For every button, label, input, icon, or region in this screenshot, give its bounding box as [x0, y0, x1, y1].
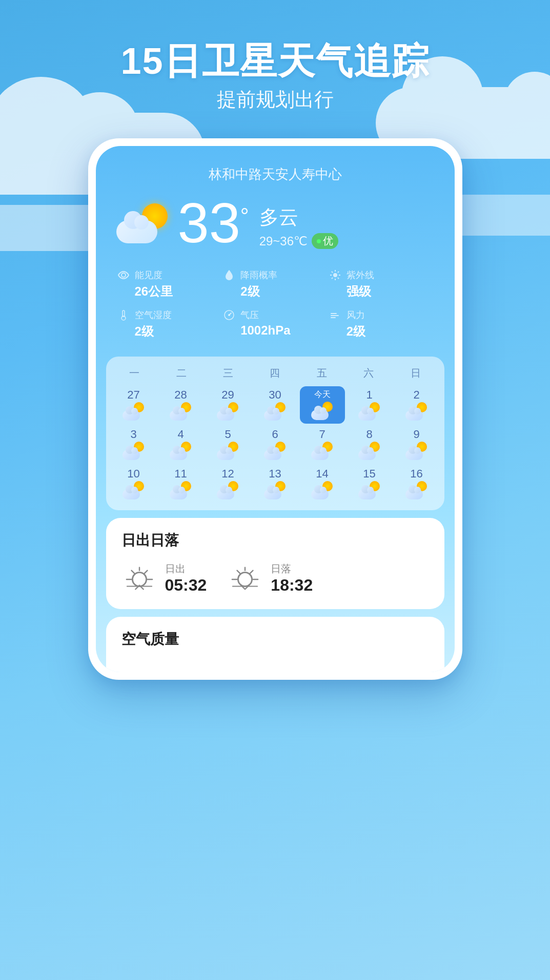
cal-day-4[interactable]: 4: [158, 426, 203, 463]
detail-wind: 风力 2级: [328, 304, 434, 344]
cal-day-1[interactable]: 1: [347, 386, 392, 424]
day-sun: 日: [392, 364, 439, 382]
cal-day-27[interactable]: 27: [111, 386, 156, 424]
temp-range-row: 29~36℃ 优: [259, 233, 338, 249]
cal-day-15[interactable]: 15: [347, 465, 392, 503]
sunrise-item: 日出 05:32: [121, 560, 207, 596]
weather-icon-6: [264, 442, 287, 460]
phone-frame: 林和中路天安人寿中心 33 ° 多云 29~36℃: [88, 138, 462, 680]
calendar-header: 一 二 三 四 五 六 日: [111, 364, 439, 382]
temperature-display: 33 °: [178, 195, 249, 251]
svg-rect-14: [331, 313, 337, 314]
svg-line-7: [338, 278, 339, 279]
sunrise-label: 日出: [165, 562, 207, 576]
day-wed: 三: [205, 364, 251, 382]
sunrise-info: 日出 05:32: [165, 562, 207, 595]
svg-rect-15: [331, 315, 339, 316]
day-mon: 一: [111, 364, 158, 382]
cal-day-30[interactable]: 30: [253, 386, 298, 424]
degree-symbol: °: [240, 204, 249, 228]
sunset-item: 日落 18:32: [227, 560, 313, 596]
air-dot-icon: [317, 239, 321, 243]
visibility-label: 能见度: [135, 269, 162, 281]
cal-day-2[interactable]: 2: [394, 386, 439, 424]
cal-day-7[interactable]: 7: [300, 426, 345, 463]
thermometer-icon: [116, 308, 131, 322]
cal-day-6[interactable]: 6: [253, 426, 298, 463]
wind-value: 2级: [347, 323, 365, 340]
cal-day-12[interactable]: 12: [206, 465, 251, 503]
cal-day-3[interactable]: 3: [111, 426, 156, 463]
wind-icon: [328, 308, 342, 322]
sunrise-time: 05:32: [165, 576, 207, 595]
detail-uv: 紫外线 强级: [328, 264, 434, 304]
svg-line-22: [144, 571, 147, 574]
visibility-value: 26公里: [135, 283, 173, 300]
humidity-label: 空气湿度: [135, 309, 172, 321]
sunset-icon-wrap: [227, 560, 263, 596]
weather-icon-8: [358, 442, 381, 460]
cal-day-5[interactable]: 5: [206, 426, 251, 463]
gauge-icon: [222, 308, 236, 322]
header-section: 15日卫星天气追踪 提前规划出行: [0, 0, 550, 113]
temperature-number: 33: [178, 195, 240, 251]
weather-icon-7: [311, 442, 334, 460]
svg-point-1: [333, 273, 337, 277]
day-fri: 五: [298, 364, 345, 382]
weather-icon-16: [405, 481, 428, 499]
svg-line-28: [237, 571, 240, 574]
pressure-label: 气压: [240, 309, 259, 321]
weather-icon-today: [311, 402, 334, 420]
cal-day-today[interactable]: 今天: [300, 386, 345, 424]
weather-condition: 多云: [259, 204, 338, 231]
svg-point-13: [228, 314, 230, 316]
detail-rain: 降雨概率 2级: [222, 264, 328, 304]
cal-day-13[interactable]: 13: [253, 465, 298, 503]
weather-icon-29: [217, 402, 239, 421]
air-quality-badge: 优: [312, 233, 338, 249]
main-title: 15日卫星天气追踪: [0, 41, 550, 81]
cal-day-9[interactable]: 9: [394, 426, 439, 463]
svg-line-9: [332, 278, 333, 279]
day-thu: 四: [252, 364, 298, 382]
svg-point-24: [238, 573, 252, 587]
rain-label: 降雨概率: [240, 269, 277, 281]
sunrise-sunset-title: 日出日落: [121, 531, 429, 550]
detail-humidity: 空气湿度 2级: [116, 304, 222, 344]
temp-range-value: 29~36℃: [259, 234, 308, 248]
weather-icon-13: [264, 481, 287, 499]
phone-mockup: 林和中路天安人寿中心 33 ° 多云 29~36℃: [88, 138, 462, 680]
svg-line-8: [338, 272, 339, 273]
weather-icon-9: [405, 442, 428, 460]
day-sat: 六: [345, 364, 392, 382]
cal-day-16[interactable]: 16: [394, 465, 439, 503]
sunrise-sunset-card: 日出日落: [106, 518, 444, 609]
location-text: 林和中路天安人寿中心: [209, 166, 342, 182]
weather-description: 多云 29~36℃ 优: [259, 197, 338, 249]
svg-rect-10: [123, 310, 125, 317]
detail-pressure: 气压 1002hPa: [222, 304, 328, 344]
weather-icon-12: [217, 481, 239, 499]
eye-icon: [116, 268, 131, 282]
weather-icon-11: [170, 481, 192, 499]
cal-day-29[interactable]: 29: [206, 386, 251, 424]
air-quality-title: 空气质量: [121, 630, 429, 649]
sunrise-row: 日出 05:32: [121, 560, 429, 596]
location-bar: 林和中路天安人寿中心: [96, 161, 455, 190]
cal-day-11[interactable]: 11: [158, 465, 203, 503]
humidity-value: 2级: [135, 323, 154, 340]
cal-day-28[interactable]: 28: [158, 386, 203, 424]
weather-icon-14: [311, 481, 334, 499]
cal-day-8[interactable]: 8: [347, 426, 392, 463]
weather-icon-large: [116, 202, 173, 243]
weather-icon-3: [123, 442, 145, 460]
sunset-info: 日落 18:32: [271, 562, 313, 595]
svg-line-21: [131, 571, 134, 574]
cal-day-10[interactable]: 10: [111, 465, 156, 503]
cal-day-14[interactable]: 14: [300, 465, 345, 503]
uv-label: 紫外线: [347, 269, 374, 281]
svg-line-29: [250, 571, 253, 574]
calendar-grid: 27 28 29 30: [111, 386, 439, 503]
cloud-icon: [116, 220, 157, 243]
rain-value: 2级: [240, 283, 259, 300]
